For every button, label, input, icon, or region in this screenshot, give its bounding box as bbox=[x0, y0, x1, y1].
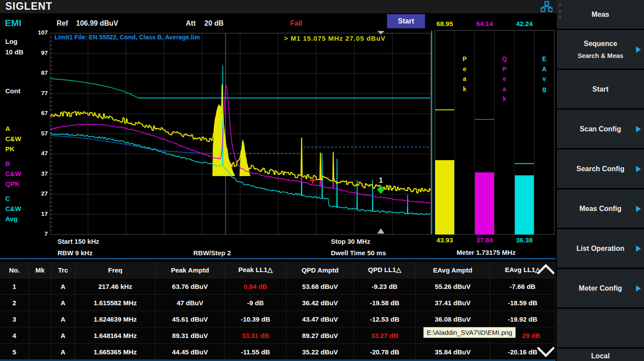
table-header-cell[interactable]: Peak Amptd bbox=[156, 262, 225, 278]
trace-legend-line: PK bbox=[5, 144, 21, 154]
trace-legend-line: B bbox=[5, 158, 21, 169]
table-header-cell[interactable]: Mk bbox=[29, 262, 51, 278]
table-cell: 37.41 dBuV bbox=[416, 295, 490, 311]
table-row[interactable]: 2A1.615582 MHz47 dBuV-9 dB36.42 dBuV-19.… bbox=[0, 295, 556, 311]
menu-item-label: Meas Config bbox=[579, 205, 621, 213]
table-cell: A bbox=[51, 278, 75, 295]
x-start-label[interactable]: Start 150 kHz bbox=[58, 238, 99, 245]
scale-type-label[interactable]: Log bbox=[5, 38, 18, 45]
table-header-cell[interactable]: No. bbox=[0, 262, 29, 278]
menu-item-list-operation[interactable]: List Operation bbox=[557, 229, 644, 268]
table-row[interactable]: 1A217.46 kHz63.76 dBuV0.84 dB53.68 dBuV-… bbox=[0, 278, 556, 295]
top-bar: SIGLENT bbox=[0, 0, 557, 13]
table-header-cell[interactable]: QPD Amptd bbox=[287, 262, 354, 278]
menu-item-label: Meter Config bbox=[579, 284, 622, 292]
ref-label: Ref bbox=[57, 19, 68, 27]
menu-item-label: Search Config bbox=[576, 165, 624, 173]
trace-legend-a[interactable]: AC&WPK bbox=[5, 123, 21, 154]
sweep-mode-label[interactable]: Cont bbox=[5, 87, 20, 95]
limit-file-note: Limit1 File: EN 55022, Cond, Class B, Av… bbox=[54, 34, 200, 41]
menu-item-sequence[interactable]: SequenceSearch & Meas bbox=[557, 30, 644, 69]
y-axis-tick: 67 bbox=[27, 110, 48, 116]
att-label: Att bbox=[186, 19, 196, 27]
table-row[interactable]: 3A1.624639 MHz45.61 dBuV-10.39 dB43.47 d… bbox=[0, 311, 556, 327]
y-axis-tick: 47 bbox=[27, 150, 48, 157]
scroll-down-icon[interactable] bbox=[536, 345, 556, 359]
submenu-arrow-icon bbox=[636, 206, 641, 212]
table-cell: 4 bbox=[0, 327, 29, 344]
trace-legend-line: C&W bbox=[5, 134, 21, 144]
meter-bar-value: 36.38 bbox=[514, 236, 534, 244]
meter-freq-label[interactable]: Meter 1.73175 MHz bbox=[435, 249, 537, 256]
series-limit1-curve bbox=[50, 79, 138, 98]
meter-bar-label: P e a k bbox=[455, 54, 475, 94]
table-cell: A bbox=[51, 344, 75, 360]
meter-max-value: 68.95 bbox=[435, 20, 455, 27]
rbw-label[interactable]: RBW 9 kHz bbox=[58, 249, 92, 257]
scroll-up-icon[interactable] bbox=[536, 262, 556, 277]
table-header-cell[interactable]: EAvg Amptd bbox=[416, 262, 490, 278]
trace-legend-line: C bbox=[5, 193, 21, 204]
table-cell: 33.27 dB bbox=[354, 327, 416, 344]
table-cell: 2 bbox=[0, 295, 29, 311]
y-axis-tick: 27 bbox=[27, 190, 48, 197]
table-cell: -20.78 dB bbox=[354, 344, 416, 360]
table-header-cell[interactable]: QPD LL1△ bbox=[354, 262, 416, 278]
table-cell: 0.84 dB bbox=[225, 278, 287, 295]
series-limit2-dash-high bbox=[302, 147, 430, 154]
y-axis-tick: 87 bbox=[27, 69, 48, 76]
m1-marker-label: 1 bbox=[379, 177, 383, 184]
start-button[interactable]: Start bbox=[387, 14, 425, 28]
table-cell: 43.47 dBuV bbox=[287, 311, 354, 327]
menu-item-meas[interactable]: Meas bbox=[557, 0, 644, 29]
table-cell: -18.59 dB bbox=[490, 295, 556, 311]
menu-item-blank bbox=[557, 309, 644, 347]
att-value[interactable]: 20 dB bbox=[204, 19, 224, 27]
table-header-cell[interactable]: Peak LL1△ bbox=[225, 262, 287, 278]
marker-readout: > M1 15.075 MHz 27.05 dBuV bbox=[284, 35, 386, 42]
menu-item-meas-config[interactable]: Meas Config bbox=[557, 189, 644, 228]
x-stop-label[interactable]: Stop 30 MHz bbox=[331, 238, 370, 245]
scale-label[interactable]: 10 dB bbox=[5, 48, 23, 56]
menu-item-search-config[interactable]: Search Config bbox=[557, 150, 644, 188]
table-cell: 1 bbox=[0, 278, 29, 295]
table-cell: 1.624639 MHz bbox=[75, 311, 156, 327]
table-cell: 1.665365 MHz bbox=[75, 344, 156, 360]
table-header-cell[interactable]: Trc bbox=[51, 262, 75, 278]
signal-table: No.MkTrcFreqPeak AmptdPeak LL1△QPD Amptd… bbox=[0, 262, 556, 360]
analyzer-screen: SIGLENT EMI Log 10 dB Cont AC&WPKBC&WQPK… bbox=[0, 0, 644, 361]
meter-bar-label: Q P e a k bbox=[494, 54, 514, 104]
table-row[interactable]: 5A1.665365 MHz44.45 dBuV-11.55 dB35.22 d… bbox=[0, 344, 556, 360]
meter-bar-peak bbox=[435, 160, 454, 234]
rbw-step-label[interactable]: RBW/Step 2 bbox=[193, 249, 231, 257]
table-cell: 217.46 kHz bbox=[75, 278, 156, 295]
status-badge: Fail bbox=[290, 19, 303, 27]
table-cell: -11.55 dB bbox=[225, 344, 287, 360]
submenu-arrow-icon bbox=[636, 246, 641, 252]
table-cell bbox=[29, 311, 51, 327]
table-cell: 53.68 dBuV bbox=[287, 278, 354, 295]
menu-item-start[interactable]: Start bbox=[557, 70, 644, 108]
table-cell: A bbox=[51, 327, 75, 344]
trace-legend-b[interactable]: BC&WQPK bbox=[5, 158, 21, 189]
menu-item-meter-config[interactable]: Meter Config bbox=[557, 269, 644, 307]
softkey-menu: MeasSequenceSearch & MeasStartScan Confi… bbox=[557, 0, 644, 361]
meter-bar-qpeak bbox=[475, 173, 494, 234]
table-cell bbox=[29, 327, 51, 344]
menu-item-local[interactable]: Local bbox=[557, 349, 644, 361]
y-axis-tick: 37 bbox=[27, 170, 48, 177]
table-cell: 35.84 dBuV bbox=[416, 344, 490, 360]
meter-bar-value: 43.93 bbox=[435, 236, 455, 244]
trace-legend-c[interactable]: CC&WAvg bbox=[5, 193, 21, 224]
meter-max-value: 64.14 bbox=[475, 20, 494, 27]
spectrum-chart: 1 bbox=[50, 30, 433, 235]
network-icon[interactable] bbox=[540, 1, 552, 12]
y-axis-tick: 57 bbox=[27, 130, 48, 137]
ref-value[interactable]: 106.99 dBuV bbox=[76, 19, 118, 27]
dwell-time-label[interactable]: Dwell Time 50 ms bbox=[331, 249, 386, 257]
trace-legend-line: C&W bbox=[5, 204, 21, 214]
table-header-cell[interactable]: Freq bbox=[75, 262, 156, 278]
submenu-arrow-icon bbox=[636, 126, 641, 132]
table-cell: -19.92 dB bbox=[490, 311, 556, 327]
menu-item-scan-config[interactable]: Scan Config bbox=[557, 110, 644, 148]
